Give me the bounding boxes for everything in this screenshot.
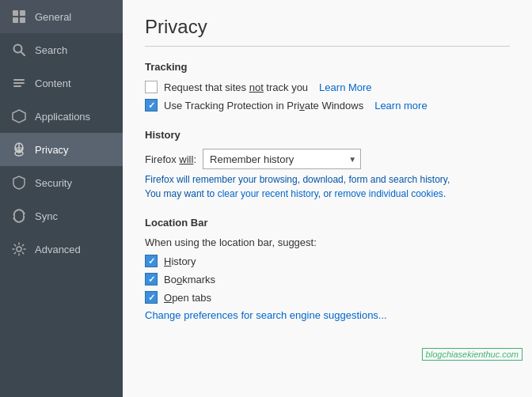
history-select-wrapper: Remember history Never remember history … (203, 149, 361, 169)
sidebar-label-security: Security (35, 177, 112, 189)
history-info-text-2: You may want to clear your recent histor… (145, 188, 510, 199)
svg-marker-15 (13, 216, 15, 221)
history-select[interactable]: Remember history Never remember history … (203, 149, 361, 169)
tracking-label-1: Request that sites not track you (164, 81, 308, 93)
tracking-checkbox-1[interactable] (145, 81, 158, 93)
tracking-title: Tracking (145, 61, 510, 73)
svg-rect-6 (13, 79, 25, 81)
tracking-label-2: Use Tracking Protection in Private Windo… (164, 100, 363, 112)
sidebar-item-security[interactable]: Security (0, 166, 123, 199)
tracking-row-2: Use Tracking Protection in Private Windo… (145, 99, 510, 112)
change-preferences-link[interactable]: Change preferences for search engine sug… (145, 309, 387, 321)
sidebar-label-content: Content (35, 78, 112, 89)
svg-marker-14 (23, 211, 25, 216)
content-icon (11, 75, 27, 91)
sidebar-label-sync: Sync (35, 210, 112, 222)
tracking-checkbox-2[interactable] (145, 99, 158, 112)
sidebar-item-general[interactable]: General (0, 0, 123, 33)
applications-icon (11, 108, 27, 124)
tracking-learn-more-1[interactable]: Learn More (319, 81, 371, 93)
history-section: History Firefox will: Remember history N… (145, 129, 510, 199)
svg-rect-2 (13, 17, 18, 23)
svg-rect-0 (13, 10, 18, 16)
privacy-icon (11, 142, 27, 157)
location-history-label: History (164, 255, 196, 267)
location-bookmarks-label: Bookmarks (164, 274, 215, 285)
history-info-text-1: Firefox will remember your browsing, dow… (145, 174, 510, 185)
location-history-checkbox[interactable] (145, 255, 158, 267)
tracking-section: Tracking Request that sites not track yo… (145, 61, 510, 112)
svg-marker-9 (13, 110, 25, 123)
page-title: Privacy (145, 16, 510, 38)
svg-line-5 (21, 52, 25, 56)
location-bar-desc: When using the location bar, suggest: (145, 236, 510, 248)
sidebar-item-sync[interactable]: Sync (0, 199, 123, 233)
sidebar-item-advanced[interactable]: Advanced (0, 233, 123, 266)
sidebar: General Search Content Applications (0, 0, 123, 397)
sidebar-item-content[interactable]: Content (0, 66, 123, 100)
general-icon (11, 9, 27, 25)
sidebar-label-general: General (35, 11, 112, 23)
location-bookmarks-row: Bookmarks (145, 273, 510, 285)
sidebar-item-privacy[interactable]: Privacy (0, 133, 123, 166)
sidebar-item-search[interactable]: Search (0, 33, 123, 66)
main-content: Privacy Tracking Request that sites not … (123, 0, 532, 397)
location-bar-section: Location Bar When using the location bar… (145, 217, 510, 321)
svg-rect-8 (13, 85, 21, 87)
location-tabs-row: Open tabs (145, 291, 510, 304)
sidebar-item-applications[interactable]: Applications (0, 100, 123, 133)
sync-icon (11, 208, 27, 224)
firefox-will-label: Firefox will: (145, 153, 196, 165)
history-firefox-will-row: Firefox will: Remember history Never rem… (145, 149, 510, 169)
location-bookmarks-checkbox[interactable] (145, 273, 158, 285)
tracking-row-1: Request that sites not track you Learn M… (145, 81, 510, 93)
svg-rect-1 (20, 10, 25, 16)
remove-cookies-link[interactable]: remove individual cookies (334, 188, 443, 199)
not-underline: not (249, 81, 264, 93)
sidebar-label-advanced: Advanced (35, 244, 112, 255)
security-icon (11, 175, 27, 191)
svg-rect-7 (13, 82, 25, 84)
advanced-icon (11, 241, 27, 257)
search-icon (11, 42, 27, 58)
location-bar-title: Location Bar (145, 217, 510, 229)
clear-history-link[interactable]: clear your recent history (218, 188, 318, 199)
watermark: blogchiasekienthuc.com (422, 348, 522, 361)
section-divider (145, 46, 510, 47)
svg-rect-3 (20, 17, 25, 23)
sidebar-label-privacy: Privacy (35, 144, 112, 156)
tracking-learn-more-2[interactable]: Learn more (374, 100, 427, 112)
history-title: History (145, 129, 510, 141)
svg-point-16 (17, 247, 21, 251)
sidebar-label-applications: Applications (35, 111, 112, 123)
location-history-row: History (145, 255, 510, 267)
location-tabs-label: Open tabs (164, 292, 211, 304)
location-tabs-checkbox[interactable] (145, 291, 158, 304)
sidebar-label-search: Search (35, 44, 112, 56)
